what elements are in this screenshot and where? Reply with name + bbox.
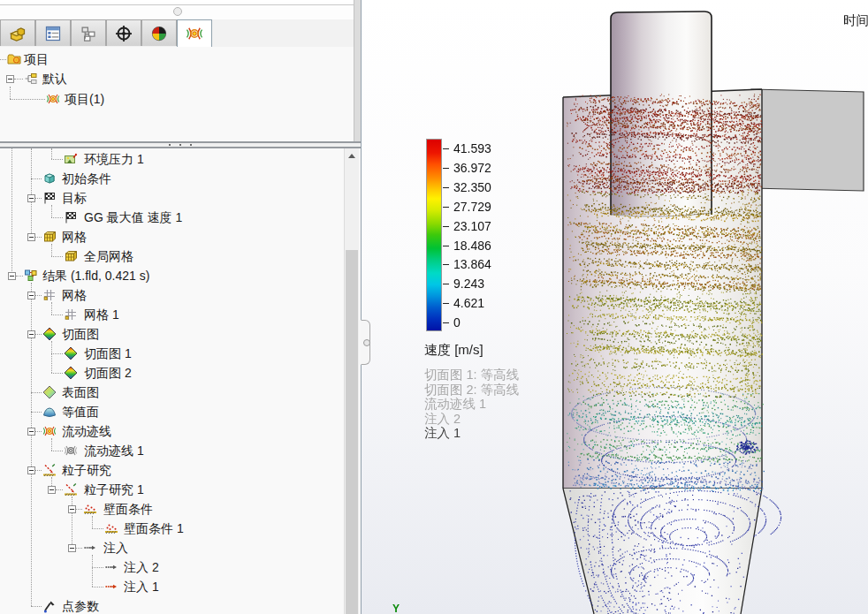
active-plot-label: 流动迹线 1: [424, 397, 519, 412]
tree-guide-line: [35, 295, 42, 297]
tree-item[interactable]: 切面图 1: [84, 345, 132, 362]
tree-item[interactable]: 初始条件: [62, 170, 111, 187]
tree-item[interactable]: 粒子研究 1: [84, 481, 144, 498]
tree-item[interactable]: 项目: [24, 50, 49, 68]
tree-item[interactable]: 结果 (1.fld, 0.421 s): [42, 267, 149, 284]
initial-conditions-icon: [42, 171, 57, 186]
legend-tick-value: 0: [453, 315, 461, 330]
injection-red-icon: [104, 580, 118, 594]
tree-item[interactable]: 环境压力 1: [84, 150, 144, 168]
scrollbar-thumb[interactable]: [346, 250, 358, 614]
tree-guide-line: [11, 148, 13, 275]
expand-toggle[interactable]: [8, 272, 16, 280]
tree-item[interactable]: 注入 2: [124, 558, 159, 576]
flow-trajectories-icon: [42, 424, 57, 438]
project-tree-scroll-strip[interactable]: [354, 0, 361, 141]
tree-scrollbar[interactable]: [344, 148, 359, 614]
property-list-icon: [44, 25, 62, 42]
tree-guide-line: [51, 451, 63, 452]
expand-toggle[interactable]: [68, 544, 76, 552]
cut-plot-icon: [64, 366, 78, 380]
expand-toggle[interactable]: [6, 75, 14, 83]
expand-toggle[interactable]: [27, 194, 35, 202]
surface-plot-icon: [42, 385, 57, 399]
chevron-up-icon: [348, 154, 355, 158]
panel-resize-grip[interactable]: [173, 7, 182, 16]
legend-tick: [443, 226, 449, 227]
tree-item[interactable]: 等值面: [62, 403, 99, 421]
tree-item[interactable]: GG 最大值 速度 1: [84, 208, 182, 226]
cut-plot-icon: [42, 327, 57, 341]
tree-guide-line: [51, 373, 63, 375]
tree-guide-line: [51, 315, 63, 316]
graphics-viewport[interactable]: 41.59336.97232.35027.72923.10718.48613.8…: [362, 0, 868, 614]
tree-item[interactable]: 切面图 2: [84, 364, 132, 382]
expand-toggle[interactable]: [27, 330, 35, 338]
expand-toggle[interactable]: [27, 428, 35, 436]
goals-icon: [42, 191, 57, 205]
expand-toggle[interactable]: [68, 505, 76, 513]
tree-item[interactable]: 切面图: [62, 325, 99, 343]
expand-toggle[interactable]: [27, 233, 35, 241]
isosurface-icon: [42, 405, 57, 419]
wall-condition-icon: [104, 521, 118, 535]
legend-tick: [443, 303, 449, 304]
tree-item[interactable]: 流动迹线 1: [84, 442, 144, 459]
active-plots-list: 切面图 1: 等高线切面图 2: 等高线流动迹线 1注入 2注入 1: [424, 368, 519, 441]
result-mesh-icon: [42, 288, 57, 302]
splitter-grip-dots: [166, 143, 194, 146]
tree-item[interactable]: 粒子研究: [62, 461, 111, 479]
ambient-pressure-icon: [64, 152, 78, 166]
tab-features[interactable]: [0, 19, 35, 46]
goal-item-icon: [64, 210, 78, 224]
expand-toggle[interactable]: [27, 466, 35, 474]
tree-item[interactable]: 注入 1: [124, 578, 159, 595]
particle-study-icon: [64, 482, 78, 497]
legend-tick-value: 13.864: [453, 257, 491, 271]
tree-item[interactable]: 表面图: [62, 383, 99, 401]
tree-guide-line: [31, 392, 42, 394]
tree-item[interactable]: 网格: [62, 228, 87, 246]
tree-item[interactable]: 壁面条件 1: [124, 519, 184, 537]
project-folder-icon: [7, 52, 21, 66]
tree-item[interactable]: 点参数: [62, 597, 99, 614]
tab-property-manager[interactable]: [35, 19, 71, 46]
result-mesh-icon: [64, 307, 78, 322]
tree-guide-line: [51, 159, 63, 161]
tree-splitter[interactable]: [0, 141, 361, 148]
display-manager-icon: [150, 25, 168, 42]
scrollbar-up-button[interactable]: [345, 148, 359, 163]
tab-dimxpert[interactable]: [106, 19, 141, 46]
tree-item[interactable]: 网格 1: [84, 306, 119, 323]
legend-tick-value: 41.593: [453, 141, 491, 155]
tree-item[interactable]: 壁面条件: [103, 500, 153, 518]
expand-toggle[interactable]: [48, 486, 56, 494]
tree-guide-line: [51, 353, 63, 355]
tab-configurations[interactable]: [71, 19, 106, 46]
tree-item[interactable]: 注入: [103, 539, 128, 557]
result-mesh-icon: [42, 288, 57, 302]
tab-display-manager[interactable]: [141, 19, 177, 46]
legend-tick: [443, 322, 449, 323]
configuration-icon: [80, 25, 97, 42]
tree-guide-line: [35, 334, 42, 336]
tree-item[interactable]: 全局网格: [84, 247, 133, 265]
tree-item[interactable]: 默认: [42, 70, 67, 87]
legend-tick: [443, 264, 449, 265]
ambient-pressure-icon: [64, 152, 78, 166]
tree-item[interactable]: 目标: [62, 189, 87, 207]
handle-dot-icon: [363, 339, 370, 346]
point-parameters-icon: [42, 599, 57, 613]
tree-item[interactable]: 网格: [62, 286, 87, 304]
injection-icon: [104, 560, 118, 574]
active-plot-label: 注入 1: [424, 426, 519, 441]
panel-collapse-handle[interactable]: [361, 320, 370, 365]
legend-tick: [443, 148, 449, 149]
tree-item[interactable]: 项目(1): [65, 90, 104, 108]
expand-toggle[interactable]: [27, 292, 35, 299]
tree-item[interactable]: 流动迹线: [62, 422, 111, 440]
project-folder-icon: [7, 52, 21, 66]
tree-guide-line: [56, 489, 63, 491]
tree-guide-line: [35, 198, 42, 200]
tab-flow-simulation[interactable]: [177, 19, 212, 47]
